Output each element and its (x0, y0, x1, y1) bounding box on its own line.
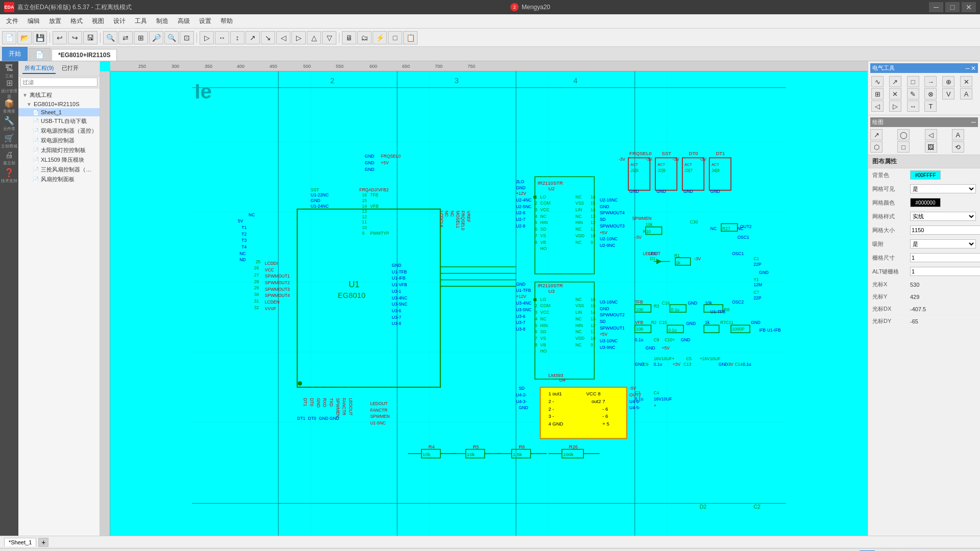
grid-unit-input[interactable] (910, 253, 980, 262)
et-prev[interactable]: ◁ (871, 101, 884, 112)
et-attr[interactable]: A (960, 88, 972, 99)
zoom-in-button[interactable]: 🔎 (149, 31, 163, 44)
sidebar-tab-open[interactable]: 已打开 (60, 63, 81, 74)
et-text[interactable]: T (924, 101, 937, 112)
close-button[interactable]: ✕ (962, 2, 976, 12)
tool16[interactable]: □ (388, 31, 402, 44)
icon-bar-library[interactable]: 📦 常用库 (1, 98, 17, 114)
tree-sheet1[interactable]: 📄 Sheet_1 (18, 108, 100, 116)
et-noconn[interactable]: ✕ (960, 76, 972, 87)
tool2[interactable]: ⇄ (118, 31, 133, 44)
dt-poly[interactable]: ⬡ (870, 141, 883, 153)
new-button[interactable]: 📄 (2, 31, 16, 44)
menu-item-设计[interactable]: 设计 (109, 15, 130, 27)
draw-tools-minimize[interactable]: ─ (971, 118, 976, 126)
grid-size-input[interactable] (910, 226, 980, 235)
add-sheet-button[interactable]: + (38, 538, 48, 547)
menu-item-格式[interactable]: 格式 (66, 15, 87, 27)
zoom-out-button[interactable]: 🔍 (164, 31, 179, 44)
alt-grid-input[interactable] (910, 267, 980, 276)
dt-arrow[interactable]: ◁ (925, 129, 937, 140)
dt-text[interactable]: A (952, 129, 964, 140)
save-button[interactable]: 💾 (33, 31, 47, 44)
minimize-button[interactable]: ─ (929, 2, 943, 12)
open-button[interactable]: 📂 (17, 31, 32, 44)
menu-item-视图[interactable]: 视图 (88, 15, 108, 27)
elec-tools-minimize[interactable]: ─ (965, 65, 970, 72)
menu-item-放置[interactable]: 放置 (45, 15, 65, 27)
tool5[interactable]: ↔ (215, 31, 229, 44)
menu-item-文件[interactable]: 文件 (2, 15, 22, 27)
sidebar-tab-all[interactable]: 所有工程(9) (22, 63, 56, 74)
tree-sheet4[interactable]: 📄 双电源控制器 (18, 136, 100, 145)
tool6[interactable]: ↕ (230, 31, 244, 44)
icon-bar-support[interactable]: ❓ 技术支持 (1, 167, 17, 184)
et-power[interactable]: ⊕ (942, 76, 954, 87)
menu-item-设置[interactable]: 设置 (195, 15, 215, 27)
active-tab[interactable]: *EG8010+IR2110S (52, 49, 117, 61)
filter-input[interactable] (20, 78, 97, 87)
tree-sheet6[interactable]: 📄 XL1509 降压模块 (18, 155, 100, 165)
tool12[interactable]: ▽ (322, 31, 336, 44)
tool4[interactable]: ▷ (200, 31, 214, 44)
icon-bar-print[interactable]: 🖨 嘉立创 (1, 150, 17, 166)
menu-item-编辑[interactable]: 编辑 (23, 15, 44, 27)
et-wire[interactable]: ∿ (871, 76, 884, 87)
et-comp[interactable]: ⊞ (871, 88, 884, 99)
tool15[interactable]: ⚡ (373, 31, 387, 44)
tree-sheet8[interactable]: 📄 风扇控制面板 (18, 174, 100, 184)
et-netflag[interactable]: ↗ (889, 76, 901, 87)
et-bus[interactable]: □ (907, 76, 919, 87)
search-button[interactable]: 🔍 (103, 31, 117, 44)
tree-sheet5[interactable]: 📄 太阳能灯控控制板 (18, 145, 100, 155)
et-junction[interactable]: → (924, 76, 937, 87)
et-edit[interactable]: ✎ (907, 88, 919, 99)
tool8[interactable]: ↘ (261, 31, 275, 44)
menu-item-制造[interactable]: 制造 (152, 15, 173, 27)
tool9[interactable]: ◁ (276, 31, 290, 44)
notification-badge[interactable]: 2 (510, 3, 519, 11)
sheet-tab[interactable]: *Sheet_1 (4, 538, 36, 546)
schematic-svg[interactable]: 2 3 4 U1 EG8010 NC 5V T1 T2 T3 T4 NC ND (110, 71, 868, 536)
dt-arc[interactable]: ⟲ (952, 141, 964, 153)
tree-root[interactable]: ▼ 离线工程 (18, 90, 100, 100)
et-delete[interactable]: ✕ (889, 88, 901, 99)
save-all-button[interactable]: 🖫 (83, 31, 97, 44)
tool14[interactable]: 🗂 (357, 31, 372, 44)
pcb-button[interactable]: 🖥 (342, 31, 356, 44)
tool17[interactable]: 📋 (403, 31, 418, 44)
grid-visible-select[interactable]: 是否 (910, 184, 976, 193)
dt-line[interactable]: ↗ (870, 129, 883, 140)
tree-sheet7[interactable]: 📄 三抢风扇控制器（… (18, 165, 100, 174)
tree-sheet2[interactable]: 📄 USB-TTL自动下载 (18, 116, 100, 126)
icon-bar-shop[interactable]: 🛒 立创商城 (1, 133, 17, 149)
maximize-button[interactable]: □ (945, 2, 960, 12)
tree-project[interactable]: ▼ EG8010+IR2110S (18, 100, 100, 108)
undo-button[interactable]: ↩ (53, 31, 67, 44)
icon-bar-design[interactable]: ⊞ 设计管理器 (1, 81, 17, 97)
icon-bar-project[interactable]: 🏗 工程 (1, 63, 17, 80)
et-label[interactable]: V (942, 88, 954, 99)
tool3[interactable]: ⊞ (134, 31, 148, 44)
icon-bar-components[interactable]: 🔧 元件库 (1, 115, 17, 132)
et-next[interactable]: ▷ (889, 101, 901, 112)
menu-item-高级[interactable]: 高级 (174, 15, 194, 27)
tree-sheet3[interactable]: 📄 双电源控制器（遥控） (18, 126, 100, 136)
menu-item-工具[interactable]: 工具 (131, 15, 151, 27)
redo-button[interactable]: ↪ (68, 31, 82, 44)
elec-tools-close[interactable]: ✕ (971, 65, 976, 72)
tool11[interactable]: △ (307, 31, 321, 44)
fit-button[interactable]: ⊡ (180, 31, 194, 44)
dt-circle[interactable]: ◯ (897, 129, 910, 140)
tool7[interactable]: ↗ (246, 31, 260, 44)
menu-item-帮助[interactable]: 帮助 (216, 15, 237, 27)
grid-color-picker[interactable]: #000000 (910, 198, 941, 207)
canvas-area[interactable]: 250 300 350 400 450 500 550 600 650 700 … (100, 61, 868, 536)
dt-image[interactable]: 🖼 (925, 141, 937, 153)
et-move[interactable]: ⊗ (924, 88, 937, 99)
start-tab[interactable]: 开始 (2, 47, 28, 61)
schematic-content[interactable]: 2 3 4 U1 EG8010 NC 5V T1 T2 T3 T4 NC ND (110, 71, 868, 536)
tool10[interactable]: ▷ (291, 31, 306, 44)
dt-rect[interactable]: □ (897, 141, 910, 153)
et-swap[interactable]: ↔ (907, 101, 919, 112)
